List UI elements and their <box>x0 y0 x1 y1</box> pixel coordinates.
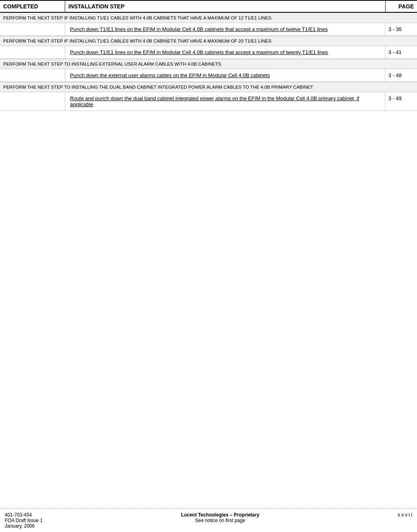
table-content: PERFORM THE NEXT STEP IF INSTALLING T1/E… <box>0 13 417 509</box>
step-description-cell-3: Punch down the external user alarms cabl… <box>65 69 385 82</box>
step-description-link-2[interactable]: Punch down T1/E1 lines on the EFIM in Mo… <box>70 49 328 55</box>
step-row-1-1: Punch down T1/E1 lines on the EFIM in Mo… <box>0 23 417 36</box>
footer-right: x x v i i <box>398 512 412 518</box>
page-header-label: PAGE <box>398 3 414 10</box>
footer-notice: See notice on first page <box>195 518 245 523</box>
step-description-link-1[interactable]: Punch down T1/E1 lines on the EFIM in Mo… <box>70 26 328 32</box>
section-header-3: PERFORM THE NEXT STEP TO INSTALLING EXTE… <box>0 59 417 69</box>
step-page-cell-4: 3 - 49 <box>385 92 417 111</box>
header-completed-cell: COMPLETED <box>0 1 65 12</box>
header-row: COMPLETED INSTALLATION STEP PAGE <box>0 0 417 13</box>
page-wrapper: COMPLETED INSTALLATION STEP PAGE PERFORM… <box>0 0 417 532</box>
step-completed-cell-3 <box>0 69 65 82</box>
step-page-cell-3: 3 - 48 <box>385 69 417 82</box>
section-header-1: PERFORM THE NEXT STEP IF INSTALLING T1/E… <box>0 13 417 23</box>
footer: 401-703-454 FOA Draft Issue 1 January, 2… <box>0 509 417 532</box>
footer-draft-issue: FOA Draft Issue 1 <box>5 518 43 523</box>
footer-doc-number: 401-703-454 <box>5 512 43 518</box>
header-installation-step-cell: INSTALLATION STEP <box>65 1 385 12</box>
step-page-cell-1: 3 - 36 <box>385 23 417 35</box>
step-description-cell-4: Route and punch down the dual band cabin… <box>65 92 385 111</box>
step-row-3-1: Punch down the external user alarms cabl… <box>0 69 417 82</box>
installation-step-header-label: INSTALLATION STEP <box>68 3 124 10</box>
header-page-cell: PAGE <box>385 1 417 12</box>
section-header-2: PERFORM THE NEXT STEP IF INSTALLING T1/E… <box>0 36 417 46</box>
step-page-cell-2: 3 - 41 <box>385 46 417 58</box>
footer-company: Lucent Technologies – Proprietary <box>181 512 260 518</box>
step-row-2-1: Punch down T1/E1 lines on the EFIM in Mo… <box>0 46 417 59</box>
footer-date: January, 2006 <box>5 523 43 529</box>
step-description-link-3[interactable]: Punch down the external user alarms cabl… <box>70 72 270 78</box>
footer-center: Lucent Technologies – Proprietary See no… <box>181 512 260 523</box>
step-completed-cell-2 <box>0 46 65 58</box>
step-description-link-4[interactable]: Route and punch down the dual band cabin… <box>70 95 359 107</box>
step-description-cell-1: Punch down T1/E1 lines on the EFIM in Mo… <box>65 23 385 35</box>
footer-left: 401-703-454 FOA Draft Issue 1 January, 2… <box>5 512 43 529</box>
footer-page-number: x x v i i <box>398 512 412 518</box>
step-completed-cell-4 <box>0 92 65 111</box>
section-header-4: PERFORM THE NEXT STEP TO INSTALLING THE … <box>0 82 417 92</box>
step-completed-cell-1 <box>0 23 65 35</box>
step-description-cell-2: Punch down T1/E1 lines on the EFIM in Mo… <box>65 46 385 58</box>
step-row-4-1: Route and punch down the dual band cabin… <box>0 92 417 111</box>
completed-header-label: COMPLETED <box>3 3 38 10</box>
